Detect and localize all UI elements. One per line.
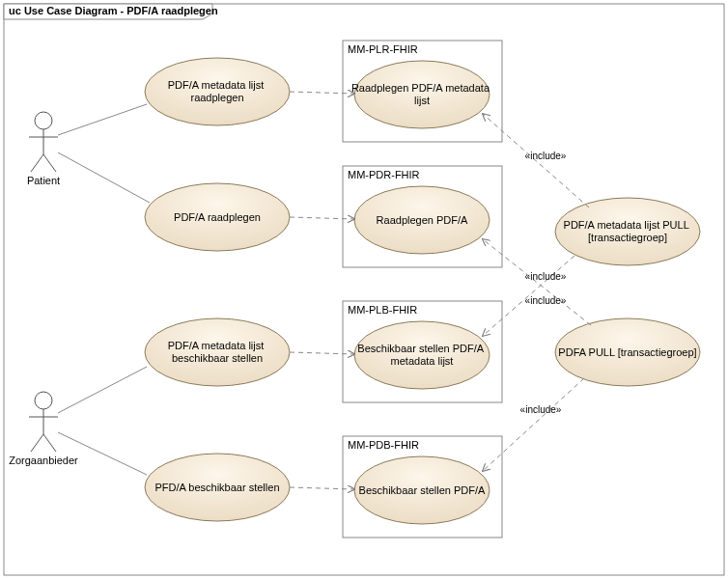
svg-text:Beschikbaar stellen PDF/A: Beschikbaar stellen PDF/A (359, 484, 486, 496)
svg-text:Raadplegen PDF/A: Raadplegen PDF/A (377, 214, 468, 226)
svg-line-43 (290, 92, 354, 94)
associations (58, 104, 150, 475)
usecase-meta-beschikbaar: PDF/A metadata lijst beschikbaar stellen… (123, 318, 313, 386)
box-pdb: MM-PDB-FHIR Beschikbaar stellen PDF/A (343, 436, 502, 538)
box-plr: MM-PLR-FHIR Raadplegen PDF/A metadata li… (343, 41, 502, 142)
box-plr-title: MM-PLR-FHIR (348, 43, 418, 55)
svg-line-4 (43, 154, 56, 172)
usecase-pdfa-pull: PDFA PULL [transactiegroep] (555, 318, 700, 386)
actor-zorgaanbieder-label: Zorgaanbieder (9, 455, 78, 466)
svg-text:PDF/A metadata lijst
      bes: PDF/A metadata lijst beschikbaar stellen (168, 340, 267, 364)
svg-text:PDF/A metadata lijst PULL [tra: PDF/A metadata lijst PULL [transactiegro… (0, 0, 103, 2)
svg-text:PFD/A beschikbaar stellen: PFD/A beschikbaar stellen (154, 482, 279, 493)
actor-patient: Patient (27, 112, 60, 186)
svg-line-46 (290, 487, 354, 489)
box-plb: MM-PLB-FHIR Beschikbaar stellen PDF/A me… (326, 301, 518, 402)
include-label-3: «include» (525, 295, 567, 306)
svg-line-8 (31, 434, 43, 452)
include-label-4: «include» (520, 404, 562, 415)
usecase-meta-list: PDF/A metadata lijst raadplegen PDF/A me… (141, 58, 294, 125)
frame-title: uc Use Case Diagram - PDF/A raadplegen (9, 5, 218, 16)
usecase-meta-pull: PDF/A metadata lijst PULL [transactiegro… (0, 0, 700, 265)
includes (483, 114, 591, 471)
svg-line-3 (31, 154, 43, 172)
svg-line-40 (58, 152, 150, 203)
include-label-2: «include» (525, 271, 567, 282)
box-pdr: MM-PDR-FHIR Raadplegen PDF/A (343, 166, 502, 267)
svg-line-9 (43, 434, 56, 452)
svg-text:PDFA PULL [transactiegroep]: PDFA PULL [transactiegroep] (558, 346, 696, 358)
use-case-diagram: uc Use Case Diagram - PDF/A raadplegen P… (0, 0, 728, 579)
usecase-pfd-beschikbaar: PFD/A beschikbaar stellen (145, 454, 290, 521)
svg-line-42 (58, 432, 147, 475)
box-pdb-title: MM-PDB-FHIR (348, 439, 419, 451)
svg-line-39 (58, 104, 147, 135)
include-label-1: «include» (525, 151, 567, 161)
svg-text:PDF/A raadplegen: PDF/A raadplegen (174, 211, 261, 223)
svg-line-41 (58, 367, 147, 413)
box-plb-title: MM-PLB-FHIR (348, 304, 417, 316)
svg-point-5 (35, 392, 52, 409)
svg-line-45 (290, 352, 354, 354)
actor-patient-label: Patient (27, 175, 60, 186)
actor-zorgaanbieder: Zorgaanbieder (9, 392, 78, 466)
box-pdr-title: MM-PDR-FHIR (348, 169, 420, 180)
svg-point-0 (35, 112, 52, 129)
usecase-raadplegen: PDF/A raadplegen (145, 183, 290, 251)
svg-line-50 (483, 378, 584, 471)
dependencies-left (290, 92, 354, 489)
svg-line-44 (290, 217, 354, 219)
